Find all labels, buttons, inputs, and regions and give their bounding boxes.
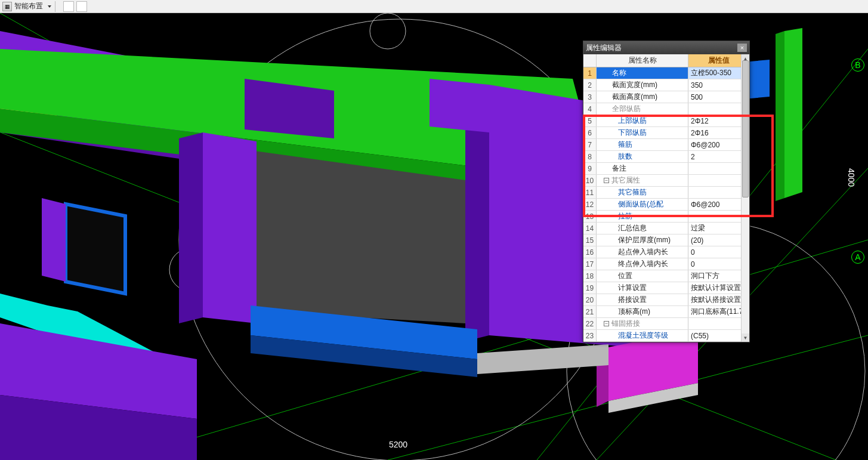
scroll-down-icon[interactable]: ▼ [742, 334, 749, 342]
property-name: 名称 [597, 67, 688, 79]
axis-label-b: B [851, 58, 864, 72]
property-row[interactable]: 3截面高度(mm)500 [583, 91, 749, 103]
property-value[interactable] [688, 187, 749, 198]
property-value[interactable]: 500 [688, 91, 749, 103]
property-value[interactable]: 2 [688, 151, 749, 162]
toolbar-button-2[interactable] [76, 1, 87, 12]
dropdown-icon[interactable] [48, 5, 51, 8]
property-value[interactable]: 2Φ16 [688, 127, 749, 138]
property-rows: 1名称立樘500-3502截面宽度(mm)3503截面高度(mm)5004全部纵… [583, 67, 749, 342]
row-number: 23 [583, 330, 597, 341]
property-row[interactable]: 21顶标高(m)洞口底标高(11.7) [583, 306, 749, 318]
property-name: 混凝土强度等级 [597, 330, 688, 341]
property-row[interactable]: 23混凝土强度等级(C55) [583, 330, 749, 342]
property-name: 肢数 [597, 151, 688, 162]
property-value[interactable]: 洞口底标高(11.7) [688, 306, 749, 317]
row-number: 14 [583, 223, 597, 234]
property-name: 截面宽度(mm) [597, 79, 688, 91]
property-row[interactable]: 20搭接设置按默认搭接设置计算 [583, 294, 749, 306]
property-name: 其它箍筋 [597, 187, 688, 198]
tree-toggle-icon[interactable]: − [604, 178, 609, 183]
property-value[interactable] [688, 103, 749, 115]
scrollbar[interactable]: ▲ ▼ [741, 54, 749, 342]
property-name: 汇总信息 [597, 223, 688, 234]
smart-layout-button[interactable]: 智能布置 [14, 1, 43, 11]
property-row[interactable]: 12侧面纵筋(总配Φ6@200 [583, 199, 749, 211]
row-number: 4 [583, 103, 597, 115]
property-row[interactable]: 10−其它属性 [583, 175, 749, 187]
property-value[interactable]: Φ6@200 [688, 139, 749, 150]
property-row[interactable]: 11其它箍筋 [583, 187, 749, 199]
property-row[interactable]: 1名称立樘500-350 [583, 67, 749, 79]
row-number: 1 [583, 67, 597, 79]
property-row[interactable]: 2截面宽度(mm)350 [583, 79, 749, 91]
svg-marker-21 [251, 150, 465, 323]
property-name: 终点伸入墙内长 [597, 258, 688, 270]
svg-marker-35 [784, 28, 802, 198]
panel-title: 属性编辑器 [586, 43, 622, 53]
property-row[interactable]: 13拉筋 [583, 211, 749, 223]
row-number: 6 [583, 127, 597, 138]
property-row[interactable]: 7箍筋Φ6@200 [583, 139, 749, 151]
tree-toggle-icon[interactable]: − [604, 321, 609, 326]
property-value[interactable]: (20) [688, 234, 749, 246]
svg-marker-22 [203, 132, 257, 323]
svg-marker-39 [430, 79, 489, 132]
property-name: 计算设置 [597, 282, 688, 294]
property-value[interactable]: 0 [688, 258, 749, 270]
property-value[interactable]: 按默认搭接设置计算 [688, 294, 749, 305]
property-value[interactable]: 2Φ12 [688, 115, 749, 126]
dimension-bottom: 5200 [389, 440, 407, 449]
row-number: 17 [583, 258, 597, 270]
axis-label-a: A [851, 251, 864, 264]
close-icon[interactable]: × [737, 44, 747, 52]
smart-layout-icon[interactable]: ▦ [2, 2, 12, 11]
row-number: 12 [583, 199, 597, 210]
property-row[interactable]: 17终点伸入墙内长0 [583, 258, 749, 270]
property-value[interactable]: 过梁 [688, 223, 749, 234]
property-row[interactable]: 4全部纵筋 [583, 103, 749, 115]
property-name: 位置 [597, 270, 688, 282]
property-value[interactable]: 按默认计算设置计算 [688, 282, 749, 294]
property-value[interactable] [688, 163, 749, 174]
property-value[interactable]: 350 [688, 79, 749, 91]
model-viewport[interactable]: 5200 4000 B A 属性编辑器 × 属性名称 属性值 1名称立樘500-… [0, 13, 868, 460]
property-value[interactable]: 洞口下方 [688, 270, 749, 282]
row-number: 2 [583, 79, 597, 91]
svg-marker-36 [776, 31, 784, 201]
row-number: 22 [583, 318, 597, 329]
row-number: 10 [583, 175, 597, 186]
property-row[interactable]: 19计算设置按默认计算设置计算 [583, 282, 749, 294]
property-row[interactable]: 8肢数2 [583, 151, 749, 163]
header-value: 属性值 [688, 54, 749, 67]
property-value[interactable]: Φ6@200 [688, 199, 749, 210]
property-row[interactable]: 9备注 [583, 163, 749, 175]
property-value[interactable]: 0 [688, 246, 749, 258]
property-header-row: 属性名称 属性值 [583, 54, 749, 67]
property-value[interactable]: (C55) [688, 330, 749, 341]
property-value[interactable]: 立樘500-350 [688, 67, 749, 79]
row-number: 16 [583, 246, 597, 258]
row-number: 15 [583, 234, 597, 246]
property-name: −锚固搭接 [597, 318, 688, 329]
property-name: 全部纵筋 [597, 103, 688, 115]
property-row[interactable]: 14汇总信息过梁 [583, 223, 749, 234]
property-row[interactable]: 15保护层厚度(mm)(20) [583, 234, 749, 246]
property-value[interactable] [688, 211, 749, 222]
property-name: 截面高度(mm) [597, 91, 688, 103]
property-value[interactable] [688, 175, 749, 186]
property-editor-panel: 属性编辑器 × 属性名称 属性值 1名称立樘500-3502截面宽度(mm)35… [583, 41, 750, 342]
property-row[interactable]: 6下部纵筋2Φ16 [583, 127, 749, 139]
panel-titlebar[interactable]: 属性编辑器 × [583, 41, 749, 54]
scroll-thumb[interactable] [742, 60, 749, 197]
toolbar-button-1[interactable] [63, 1, 74, 12]
property-name: 保护层厚度(mm) [597, 234, 688, 246]
property-row[interactable]: 5上部纵筋2Φ12 [583, 115, 749, 127]
svg-marker-26 [66, 204, 125, 294]
property-value[interactable] [688, 318, 749, 329]
property-row[interactable]: 18位置洞口下方 [583, 270, 749, 282]
property-row[interactable]: 22−锚固搭接 [583, 318, 749, 330]
row-number: 5 [583, 115, 597, 126]
property-name: 拉筋 [597, 211, 688, 222]
property-row[interactable]: 16起点伸入墙内长0 [583, 246, 749, 258]
